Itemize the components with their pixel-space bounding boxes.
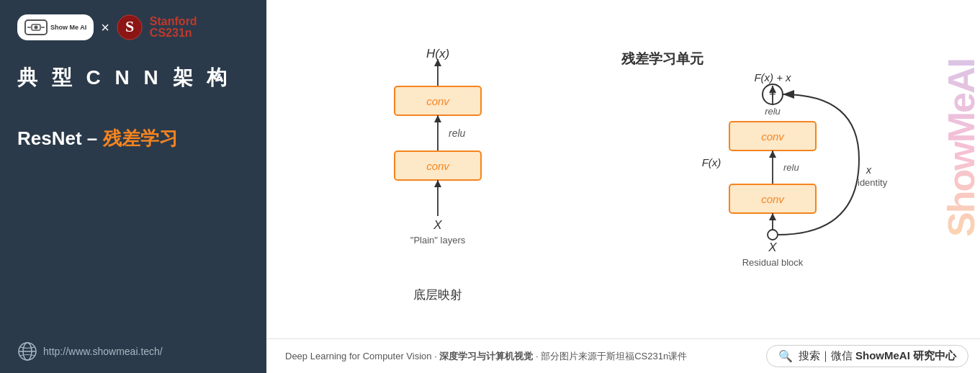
website-icon <box>17 341 37 361</box>
svg-text:F(x): F(x) <box>702 156 721 168</box>
stanford-name: Stanford <box>150 16 197 27</box>
svg-text:H(x): H(x) <box>426 47 449 60</box>
website-url: http://www.showmeai.tech/ <box>43 346 163 357</box>
svg-text:X: X <box>768 241 778 254</box>
watermark-text: ShowMeAI <box>944 59 980 237</box>
svg-point-2 <box>35 26 38 30</box>
watermark: ShowMeAI <box>944 0 980 295</box>
subtitle: ResNet – 残差学习 <box>17 126 249 151</box>
svg-text:relu: relu <box>449 127 466 139</box>
search-icon: 🔍 <box>778 349 793 363</box>
svg-text:relu: relu <box>783 162 799 173</box>
svg-text:identity: identity <box>858 177 888 188</box>
diagram-area: H(x) conv relu conv X "Pl <box>266 0 980 338</box>
svg-text:conv: conv <box>761 193 785 205</box>
footer-caption: Deep Learning for Computer Vision · 深度学习… <box>278 350 755 363</box>
plain-diagram-wrapper: H(x) conv relu conv X "Pl <box>366 43 510 303</box>
main-title: 典 型 C N N 架 构 <box>17 63 249 91</box>
showmeai-icon <box>24 19 48 36</box>
svg-text:conv: conv <box>426 160 450 172</box>
sidebar: Show Me AI × S Stanford CS231n 典 型 C N N… <box>0 0 266 373</box>
main-content: H(x) conv relu conv X "Pl <box>266 0 980 373</box>
sidebar-footer: http://www.showmeai.tech/ <box>17 341 249 361</box>
svg-text:conv: conv <box>426 95 450 107</box>
logo-area: Show Me AI × S Stanford CS231n <box>17 14 249 40</box>
svg-marker-33 <box>769 150 776 158</box>
showmeai-logo: Show Me AI <box>17 14 94 40</box>
svg-marker-21 <box>434 180 441 187</box>
svg-text:conv: conv <box>761 130 785 143</box>
footer-bold1: 深度学习与计算机视觉 <box>439 351 533 361</box>
showmeai-text: Show Me AI <box>50 24 86 32</box>
cs231n-label: CS231n <box>150 27 192 39</box>
svg-text:F(x) + x: F(x) + x <box>755 73 792 84</box>
plain-bottom-label: 底层映射 <box>413 287 462 303</box>
search-text: 搜索｜微信 ShowMeAI 研究中心 <box>799 349 956 363</box>
plain-layers-svg: H(x) conv relu conv X "Pl <box>366 43 510 281</box>
svg-text:x: x <box>866 164 872 176</box>
footer-text2: · 部分图片来源于斯坦福CS231n课件 <box>533 351 687 361</box>
footer-text1: Deep Learning for Computer Vision · <box>285 351 439 361</box>
subtitle-prefix: ResNet – <box>17 127 103 149</box>
svg-text:Residual block: Residual block <box>742 257 804 268</box>
search-normal: 搜索｜微信 <box>799 349 855 361</box>
svg-point-38 <box>768 230 778 240</box>
svg-marker-40 <box>769 213 776 220</box>
svg-text:X: X <box>433 218 442 232</box>
residual-diagram-wrapper: 残差学习单元 + F(x) + x relu conv relu <box>621 50 895 296</box>
svg-text:"Plain" layers: "Plain" layers <box>410 235 466 246</box>
subtitle-suffix: 残差学习 <box>103 127 178 149</box>
stanford-s-icon: S <box>117 14 143 40</box>
bottom-bar: Deep Learning for Computer Vision · 深度学习… <box>266 338 980 373</box>
residual-section-label: 残差学习单元 <box>621 50 703 68</box>
svg-text:relu: relu <box>765 106 781 117</box>
search-bold: ShowMeAI 研究中心 <box>855 349 956 361</box>
residual-block-svg: + F(x) + x relu conv relu conv <box>621 73 895 296</box>
stanford-logo: Stanford CS231n <box>150 16 197 39</box>
svg-marker-16 <box>434 115 441 122</box>
times-symbol: × <box>101 19 109 36</box>
search-box[interactable]: 🔍 搜索｜微信 ShowMeAI 研究中心 <box>766 345 968 367</box>
svg-text:S: S <box>125 17 134 35</box>
